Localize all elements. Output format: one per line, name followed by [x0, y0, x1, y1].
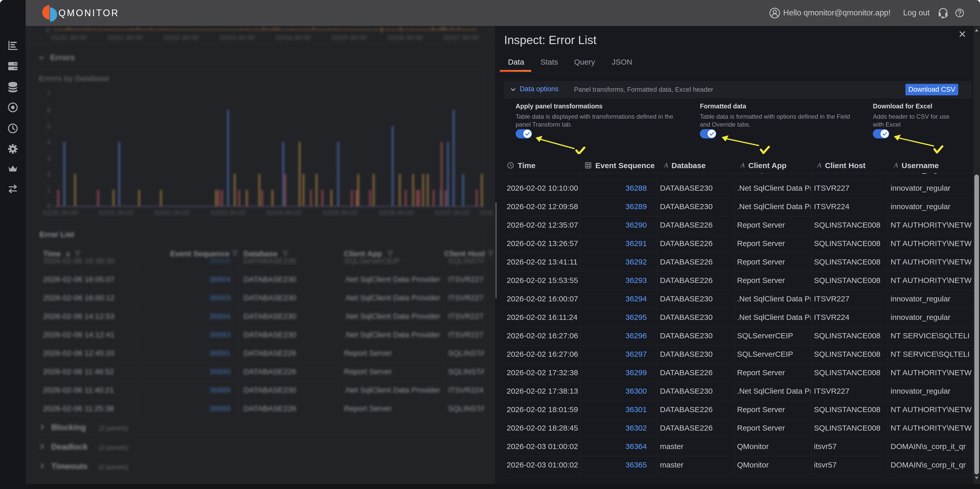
svg-text:A: A — [893, 162, 898, 169]
svg-text:A: A — [740, 162, 745, 169]
svg-text:A: A — [817, 162, 821, 169]
svg-text:A: A — [663, 162, 668, 169]
